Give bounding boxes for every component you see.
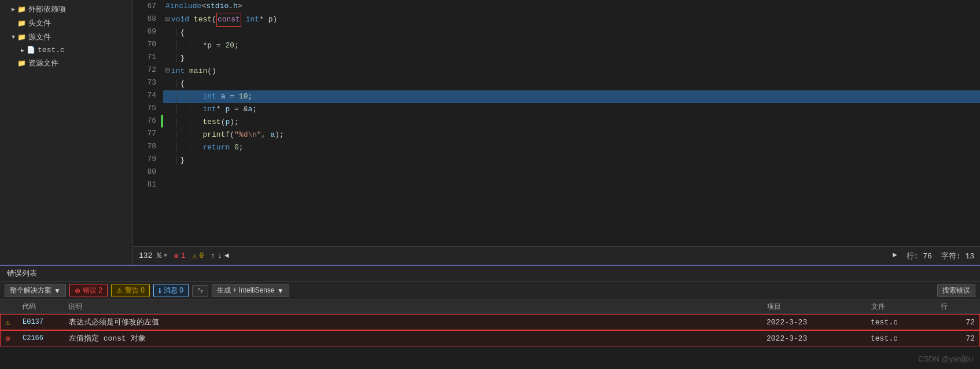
bottom-panel: 错误列表 整个解决方案 ▼ ⊗ 错误 2 ⚠ 警告 0 ℹ 消息 0 ⁷₇ 生成… — [0, 265, 980, 369]
error-filter-btn[interactable]: ⊗ 错误 2 — [69, 284, 108, 297]
warning-triangle-icon: ⚠ — [193, 251, 197, 261]
error-table: ⚠ E0137 表达式必须是可修改的左值 2022-3-23 test.c 72… — [0, 314, 980, 369]
error-row-0[interactable]: ⚠ E0137 表达式必须是可修改的左值 2022-3-23 test.c 72 — [0, 314, 980, 330]
scope-dropdown[interactable]: 整个解决方案 ▼ — [5, 284, 66, 297]
error-file-1: test.c — [871, 334, 940, 343]
search-error-btn[interactable]: 搜索错误 — [937, 284, 975, 297]
collapse-arrow-icon: ▶ — [12, 6, 15, 13]
panel-title: 错误列表 — [7, 268, 37, 279]
zoom-dropdown-icon: ▼ — [164, 253, 167, 259]
code-line-76: │ │ int a = 10; — [163, 90, 980, 103]
error-code-0: E0137 — [23, 318, 69, 326]
error-filter-icon: ⊗ — [75, 287, 80, 295]
panel-toolbar: 整个解决方案 ▼ ⊗ 错误 2 ⚠ 警告 0 ℹ 消息 0 ⁷₇ 生成 + In… — [0, 282, 980, 300]
main-area: ▶ 📁 外部依赖项 ▶ 📁 头文件 ▼ 📁 源文件 ▶ 📄 test.c ▶ 📁… — [0, 0, 980, 265]
folder-icon: 📁 — [17, 5, 26, 14]
nav-down-icon[interactable]: ↓ — [218, 251, 222, 260]
col-header-desc: 说明 — [68, 302, 767, 312]
row-info: 行: 76 — [907, 251, 932, 261]
build-dropdown-icon: ▼ — [277, 287, 284, 295]
warning-filter-btn[interactable]: ⚠ 警告 0 — [111, 284, 150, 297]
code-line-78: │ │ test(p); — [163, 116, 980, 129]
scope-dropdown-icon: ▼ — [54, 287, 61, 295]
error-project-0: 2022-3-23 — [767, 318, 871, 327]
sidebar-item-label: 资源文件 — [28, 58, 58, 68]
info-filter-label: 消息 0 — [164, 286, 183, 295]
nav-left-icon[interactable]: ◄ — [224, 251, 229, 260]
error-row-icon: ⊗ — [5, 334, 23, 344]
sidebar-item-headers[interactable]: ▶ 📁 头文件 — [0, 16, 132, 30]
warning-row-icon: ⚠ — [5, 317, 23, 327]
code-line-69: #include<stdio.h> — [163, 0, 980, 13]
sidebar-item-label: test.c — [38, 46, 65, 54]
scope-label: 整个解决方案 — [10, 286, 51, 295]
code-line-81: │} — [163, 154, 980, 167]
info-filter-btn[interactable]: ℹ 消息 0 — [153, 284, 189, 297]
col-header-project: 项目 — [767, 302, 871, 312]
error-desc-1: 左值指定 const 对象 — [69, 333, 767, 344]
error-count-value: 1 — [181, 251, 186, 260]
col-header-line: 行 — [941, 302, 975, 312]
error-count: ⊗ 1 — [174, 251, 186, 261]
warning-count-value: 0 — [200, 251, 204, 260]
build-filter-label: 生成 + IntelliSense — [217, 286, 275, 295]
error-desc-0: 表达式必须是可修改的左值 — [69, 317, 767, 327]
other-filter-label: ⁷₇ — [197, 287, 203, 295]
code-lines[interactable]: #include<stdio.h> ⊟void test(const int* … — [163, 0, 980, 246]
sidebar-item-label: 头文件 — [28, 18, 51, 28]
col-header-file: 文件 — [871, 302, 941, 312]
code-line-80: │ │ return 0; — [163, 141, 980, 154]
col-header-icon — [5, 302, 22, 312]
sidebar-item-test-c[interactable]: ▶ 📄 test.c — [0, 44, 132, 56]
collapse-arrow-icon: ▶ — [21, 47, 24, 54]
code-line-79: │ │ printf("%d\n", a); — [163, 129, 980, 141]
info-filter-icon: ℹ — [159, 287, 161, 295]
col-header-code: 代码 — [22, 302, 68, 312]
error-file-0: test.c — [871, 318, 940, 327]
build-filter-btn[interactable]: 生成 + IntelliSense ▼ — [212, 284, 289, 297]
sidebar-item-sources[interactable]: ▼ 📁 源文件 — [0, 30, 132, 44]
error-line-1: 72 — [940, 334, 975, 343]
collapse-arrow-icon: ▼ — [12, 34, 15, 41]
code-line-77: │ │ int* p = &a; — [163, 103, 980, 116]
folder-icon: 📁 — [17, 19, 26, 28]
sidebar-item-resources[interactable]: ▶ 📁 资源文件 — [0, 56, 132, 70]
code-container: 67 68 69 70 71 72 73 74 75 76 77 78 79 8… — [133, 0, 980, 246]
editor-area: 67 68 69 70 71 72 73 74 75 76 77 78 79 8… — [133, 0, 980, 265]
sidebar-item-external-deps[interactable]: ▶ 📁 外部依赖项 — [0, 2, 132, 16]
warning-count: ⚠ 0 — [193, 251, 204, 261]
folder-icon: 📁 — [17, 33, 26, 42]
right-info: ► 行: 76 字符: 13 — [893, 251, 974, 261]
error-filter-label: 错误 2 — [83, 286, 102, 295]
nav-right-icon: ► — [893, 251, 897, 261]
folder-icon: 📁 — [17, 59, 26, 68]
nav-arrows[interactable]: ↑ ↓ ◄ — [211, 251, 229, 260]
zoom-level: 132 % — [139, 251, 161, 260]
code-line-71: │{ — [163, 27, 980, 39]
sidebar: ▶ 📁 外部依赖项 ▶ 📁 头文件 ▼ 📁 源文件 ▶ 📄 test.c ▶ 📁… — [0, 0, 133, 265]
code-line-75: │{ — [163, 78, 980, 90]
nav-up-icon[interactable]: ↑ — [211, 251, 215, 260]
sidebar-item-label: 外部依赖项 — [28, 4, 66, 14]
warning-filter-label: 警告 0 — [125, 286, 145, 295]
error-circle-icon: ⊗ — [174, 251, 179, 261]
line-numbers: 67 68 69 70 71 72 73 74 75 76 77 78 79 8… — [133, 0, 161, 246]
search-error-label: 搜索错误 — [942, 286, 970, 294]
error-line-0: 72 — [940, 318, 975, 327]
col-info: 字符: 13 — [941, 251, 974, 261]
error-table-header: 代码 说明 项目 文件 行 — [0, 300, 980, 314]
error-row-1[interactable]: ⊗ C2166 左值指定 const 对象 2022-3-23 test.c 7… — [0, 330, 980, 346]
file-icon: 📄 — [27, 46, 35, 54]
code-line-70: ⊟void test(const int* p) — [163, 13, 980, 27]
code-line-73: │} — [163, 52, 980, 65]
sidebar-item-label: 源文件 — [28, 32, 51, 42]
error-project-1: 2022-3-23 — [767, 334, 871, 343]
error-code-1: C2166 — [23, 334, 69, 342]
status-bar: 132 % ▼ ⊗ 1 ⚠ 0 ↑ ↓ ◄ ► 行: 76 字符: 13 — [133, 246, 980, 265]
code-line-74: ⊟int main() — [163, 65, 980, 78]
code-line-72: │ │ *p = 20; — [163, 39, 980, 52]
warning-filter-icon: ⚠ — [116, 287, 123, 295]
zoom-control[interactable]: 132 % ▼ — [139, 251, 167, 260]
other-filter-btn[interactable]: ⁷₇ — [192, 285, 208, 297]
